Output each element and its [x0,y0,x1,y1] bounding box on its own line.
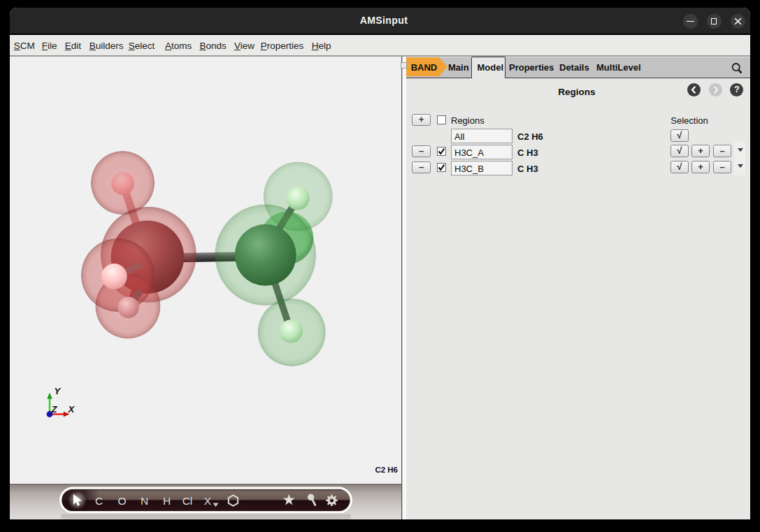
svg-text:Cl: Cl [182,495,193,507]
svg-text:O: O [117,495,126,507]
svg-text:Z: Z [51,404,58,415]
svg-text:H: H [163,495,171,507]
svg-text:X: X [204,495,212,507]
svg-text:C: C [95,495,103,507]
svg-text:C2 H6: C2 H6 [375,466,398,474]
svg-text:N: N [141,495,148,507]
svg-text:Y: Y [55,386,62,396]
svg-text:X: X [68,404,76,415]
